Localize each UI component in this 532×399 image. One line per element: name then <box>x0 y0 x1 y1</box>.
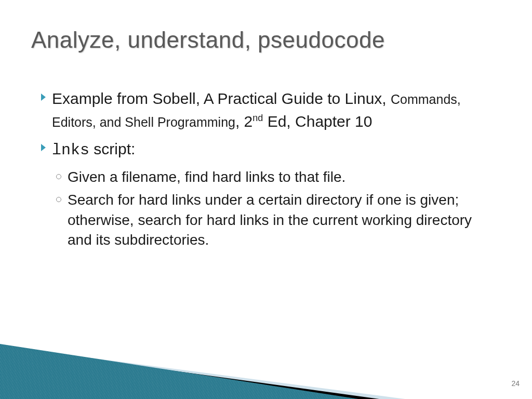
text-fragment: Example from Sobell, A Practical Guide t… <box>52 90 391 107</box>
sub-bullet-list: Given a filename, find hard links to tha… <box>56 167 496 251</box>
bullet-item: Example from Sobell, A Practical Guide t… <box>41 87 496 132</box>
circle-bullet-icon <box>56 174 61 179</box>
sub-bullet-item: Search for hard links under a certain di… <box>56 190 496 250</box>
bullet-item: lnks script: <box>41 138 496 162</box>
text-fragment: , 2 <box>235 113 252 130</box>
circle-bullet-icon <box>56 197 61 202</box>
slide-content: Example from Sobell, A Practical Guide t… <box>41 87 496 254</box>
sub-bullet-text: Search for hard links under a certain di… <box>68 190 496 250</box>
text-fragment: script: <box>89 140 135 157</box>
bullet-text: lnks script: <box>52 138 135 162</box>
bullet-text: Example from Sobell, A Practical Guide t… <box>52 87 496 132</box>
slide-title: Analyze, understand, pseudocode <box>31 27 385 53</box>
text-fragment: Ed, Chapter 10 <box>263 113 372 130</box>
arrow-icon <box>41 93 47 101</box>
text-superscript: nd <box>252 113 263 123</box>
sub-bullet-item: Given a filename, find hard links to tha… <box>56 167 496 188</box>
code-text: lnks <box>52 141 89 159</box>
page-number: 24 <box>511 379 520 388</box>
arrow-icon <box>41 143 47 152</box>
decoration-triangle-teal <box>0 344 358 399</box>
sub-bullet-text: Given a filename, find hard links to tha… <box>68 167 345 188</box>
